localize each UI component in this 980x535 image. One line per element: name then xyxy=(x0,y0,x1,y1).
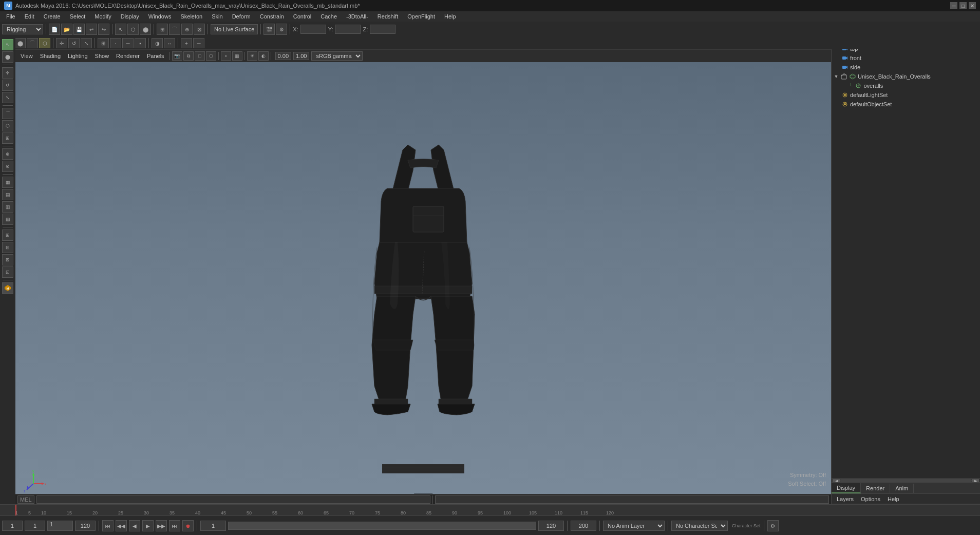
timeline-range-bar[interactable] xyxy=(228,522,536,530)
vp-menu-shading[interactable]: Shading xyxy=(37,52,64,60)
menu-help[interactable]: Help xyxy=(440,12,460,21)
outliner-scrollbar[interactable]: ◀ ▶ xyxy=(832,478,980,482)
menu-modify[interactable]: Modify xyxy=(90,12,115,21)
menu-windows[interactable]: Windows xyxy=(144,12,176,21)
paint-mode-button[interactable]: ⬤ xyxy=(14,38,26,48)
outliner-tree[interactable]: persp top front side ▼ xyxy=(832,34,980,478)
vp-persp-button[interactable]: ⧉ xyxy=(183,51,194,61)
component-mode-button[interactable]: ⊞ xyxy=(98,38,109,48)
viewport[interactable]: persp Symmetry: Off Soft Select: Off x y… xyxy=(15,62,831,504)
move-button[interactable]: ✛ xyxy=(56,38,67,48)
tab-render[interactable]: Render xyxy=(861,484,890,493)
tree-item-front[interactable]: front xyxy=(832,53,980,63)
close-button[interactable]: ✕ xyxy=(969,2,976,9)
maximize-button[interactable]: □ xyxy=(959,2,967,9)
save-scene-button[interactable]: 💾 xyxy=(73,24,85,35)
menu-skeleton[interactable]: Skeleton xyxy=(176,12,206,21)
overalls-group-expand[interactable]: ▼ xyxy=(834,74,839,79)
step-back-button[interactable]: ◀◀ xyxy=(116,520,127,531)
grid6-button[interactable]: ⊟ xyxy=(2,242,13,253)
lasso-select-button[interactable]: ⬡ xyxy=(127,24,139,35)
menu-skin[interactable]: Skin xyxy=(208,12,227,21)
step-forward-button[interactable]: ▶▶ xyxy=(156,520,167,531)
menu-control[interactable]: Control xyxy=(289,12,315,21)
vp-camera-button[interactable]: 📷 xyxy=(172,51,182,61)
vp-menu-view[interactable]: View xyxy=(17,52,36,60)
end-frame-input[interactable] xyxy=(75,521,96,531)
tab-display[interactable]: Display xyxy=(832,483,861,493)
object-mode-button[interactable]: ⬡ xyxy=(39,38,50,48)
record-button[interactable]: ⏺ xyxy=(182,520,194,531)
menu-edit[interactable]: Edit xyxy=(21,12,39,21)
menu-create[interactable]: Create xyxy=(40,12,65,21)
lasso-button[interactable]: ⌒ xyxy=(27,38,38,48)
grid7-button[interactable]: ⊠ xyxy=(2,254,13,265)
outliner-scroll-right[interactable]: ▶ xyxy=(972,479,979,482)
cmd-input[interactable] xyxy=(36,495,430,504)
grid1-button[interactable]: ▦ xyxy=(2,177,13,188)
poly-tool-button[interactable]: ⊞ xyxy=(2,132,13,144)
select-tool-button[interactable]: ↖ xyxy=(2,39,13,50)
tree-item-default-object-set[interactable]: defaultObjectSet xyxy=(832,100,980,109)
grid2-button[interactable]: ▤ xyxy=(2,189,13,200)
new-scene-button[interactable]: 📄 xyxy=(49,24,60,35)
move-tool-button[interactable]: ✛ xyxy=(2,67,13,79)
rotate-tool-button[interactable]: ↺ xyxy=(2,80,13,91)
vp-wireframe-button[interactable]: ⬡ xyxy=(206,51,216,61)
plus-button[interactable]: + xyxy=(181,38,192,48)
menu-3dtoall[interactable]: -3DtoAll- xyxy=(342,12,372,21)
grid5-button[interactable]: ⊞ xyxy=(2,230,13,241)
paint-tool-button[interactable]: ⬤ xyxy=(2,51,13,63)
rigging-dropdown[interactable]: Rigging xyxy=(2,24,43,34)
redo-button[interactable]: ↪ xyxy=(98,24,109,35)
vp-textured-button[interactable]: ▦ xyxy=(232,51,242,61)
layers-menu-layers[interactable]: Layers xyxy=(834,495,857,503)
scale-tool-button[interactable]: ⤡ xyxy=(2,92,13,103)
gamma-dropdown[interactable]: sRGB gamma xyxy=(311,51,363,61)
layers-menu-options[interactable]: Options xyxy=(858,495,883,503)
sym-button[interactable]: ↔ xyxy=(164,38,175,48)
menu-openflight[interactable]: OpenFlight xyxy=(403,12,439,21)
x-input[interactable] xyxy=(300,25,326,34)
scale-button[interactable]: ⤡ xyxy=(81,38,92,48)
undo-button[interactable]: ↩ xyxy=(86,24,97,35)
vp-shade-button[interactable]: ▪ xyxy=(221,51,231,61)
snap-to-point-button[interactable]: ⊕ xyxy=(181,24,193,35)
outliner-scroll-left[interactable]: ◀ xyxy=(833,479,840,482)
cluster-button[interactable]: ⊕ xyxy=(2,148,13,160)
vp-menu-renderer[interactable]: Renderer xyxy=(113,52,143,60)
face-button[interactable]: ▪ xyxy=(135,38,146,48)
surface-tool-button[interactable]: ⬡ xyxy=(2,120,13,131)
timeline-ruler[interactable]: 1 5 10 15 20 25 30 35 40 45 50 55 60 65 … xyxy=(0,505,980,516)
select-button[interactable]: ↖ xyxy=(115,24,126,35)
z-input[interactable] xyxy=(370,25,395,34)
snap-to-surface-button[interactable]: ⊠ xyxy=(194,24,205,35)
play-forward-button[interactable]: ▶ xyxy=(142,520,154,531)
minimize-button[interactable]: ─ xyxy=(950,2,957,9)
tab-anim[interactable]: Anim xyxy=(890,484,914,493)
grid4-button[interactable]: ▧ xyxy=(2,214,13,225)
go-to-start-button[interactable]: ⏮ xyxy=(102,520,114,531)
vertex-button[interactable]: · xyxy=(110,38,121,48)
render-button[interactable]: 🎬 xyxy=(263,24,275,35)
grid3-button[interactable]: ▥ xyxy=(2,201,13,213)
tree-item-overalls-mesh[interactable]: └ overalls xyxy=(832,81,980,90)
tree-item-default-light-set[interactable]: defaultLightSet xyxy=(832,90,980,100)
open-scene-button[interactable]: 📂 xyxy=(61,24,72,35)
vp-ortho-button[interactable]: □ xyxy=(195,51,205,61)
edge-button[interactable]: ─ xyxy=(122,38,134,48)
vp-menu-panels[interactable]: Panels xyxy=(144,52,167,60)
layers-menu-help[interactable]: Help xyxy=(884,495,902,503)
snap-to-curve-button[interactable]: ⌒ xyxy=(169,24,180,35)
playback-end-input[interactable] xyxy=(571,521,596,531)
menu-display[interactable]: Display xyxy=(117,12,143,21)
menu-file[interactable]: File xyxy=(2,12,20,21)
char-set-dropdown[interactable]: No Character Set xyxy=(671,521,728,531)
play-back-button[interactable]: ◀ xyxy=(129,520,140,531)
range-end-input[interactable] xyxy=(538,521,564,531)
curve-tool-button[interactable]: ⌒ xyxy=(2,108,13,119)
vp-shadow-button[interactable]: ◐ xyxy=(258,51,269,61)
go-to-end-button[interactable]: ⏭ xyxy=(169,520,180,531)
menu-select[interactable]: Select xyxy=(66,12,90,21)
grid8-button[interactable]: ⊡ xyxy=(2,266,13,278)
